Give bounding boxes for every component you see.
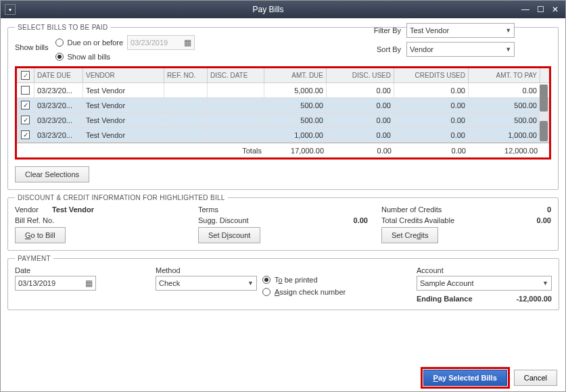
cell-discdate bbox=[208, 98, 264, 112]
ending-balance-label: Ending Balance bbox=[417, 295, 473, 303]
to-be-printed-radio[interactable] bbox=[262, 276, 270, 284]
table-row[interactable]: 03/23/20...Test Vendor5,000.000.000.000.… bbox=[17, 83, 549, 98]
minimize-button[interactable]: — bbox=[519, 3, 532, 16]
cell-discused: 0.00 bbox=[327, 98, 394, 112]
totals-amtpay: 12,000.00 bbox=[469, 147, 540, 155]
chevron-down-icon: ▼ bbox=[505, 27, 511, 34]
show-bills-label: Show bills bbox=[15, 35, 49, 51]
scroll-thumb-bottom[interactable] bbox=[540, 121, 548, 141]
row-checkbox[interactable]: ✓ bbox=[21, 116, 30, 124]
filter-by-label: Filter By bbox=[364, 26, 401, 34]
header-amtpay[interactable]: AMT. TO PAY bbox=[469, 68, 540, 82]
due-label: Due on or before bbox=[68, 39, 124, 47]
table-header: ✓ DATE DUE VENDOR REF. NO. DISC. DATE AM… bbox=[17, 68, 549, 83]
sugg-value: 0.00 bbox=[354, 216, 368, 224]
payment-date-input[interactable]: 03/13/2019 ▦ bbox=[15, 276, 96, 291]
header-discused[interactable]: DISC. USED bbox=[327, 68, 394, 82]
table-row[interactable]: ✓03/23/20...Test Vendor500.000.000.00500… bbox=[17, 113, 549, 128]
assign-check-radio[interactable] bbox=[262, 288, 270, 296]
cell-discused: 0.00 bbox=[327, 128, 394, 142]
chevron-down-icon: ▼ bbox=[247, 280, 254, 287]
window-menu-icon[interactable]: ▾ bbox=[5, 4, 16, 15]
assign-label: Assign check number bbox=[275, 288, 346, 296]
row-checkbox[interactable]: ✓ bbox=[21, 130, 30, 139]
method-combo[interactable]: Check▼ bbox=[156, 276, 257, 291]
table-scrollbar[interactable] bbox=[540, 84, 548, 141]
cell-amtdue: 5,000.00 bbox=[264, 83, 327, 97]
totals-label: Totals bbox=[17, 147, 264, 155]
discount-credit-section: DISCOUNT & CREDIT INFORMATION FOR HIGHLI… bbox=[7, 194, 559, 251]
show-all-label: Show all bills bbox=[68, 53, 111, 61]
cell-date: 03/23/20... bbox=[34, 83, 83, 97]
cell-discdate bbox=[208, 113, 264, 127]
printed-label: To be printed bbox=[275, 276, 318, 284]
filter-by-combo[interactable]: Test Vendor▼ bbox=[406, 23, 515, 38]
cell-date: 03/23/20... bbox=[34, 128, 83, 142]
table-row[interactable]: ✓03/23/20...Test Vendor500.000.000.00500… bbox=[17, 98, 549, 113]
header-amtdue[interactable]: AMT. DUE bbox=[264, 68, 327, 82]
cell-ref bbox=[164, 113, 208, 127]
header-credits[interactable]: CREDITS USED bbox=[394, 68, 469, 82]
header-discdate[interactable]: DISC. DATE bbox=[208, 68, 264, 82]
totals-credits: 0.00 bbox=[394, 147, 469, 155]
numcredits-label: Number of Credits bbox=[381, 205, 442, 214]
table-body: 03/23/20...Test Vendor5,000.000.000.000.… bbox=[17, 83, 549, 143]
bills-table: ✓ DATE DUE VENDOR REF. NO. DISC. DATE AM… bbox=[15, 66, 551, 160]
sugg-label: Sugg. Discount bbox=[198, 216, 249, 224]
cell-discused: 0.00 bbox=[327, 113, 394, 127]
close-button[interactable]: ✕ bbox=[549, 3, 561, 16]
totals-amtdue: 17,000.00 bbox=[264, 147, 327, 155]
chevron-down-icon: ▼ bbox=[505, 46, 511, 53]
totals-discused: 0.00 bbox=[327, 147, 394, 155]
table-row[interactable]: ✓03/23/20...Test Vendor1,000.000.000.001… bbox=[17, 128, 549, 143]
vendor-value: Test Vendor bbox=[52, 205, 94, 214]
payment-date-label: Date bbox=[15, 266, 150, 274]
cell-vendor: Test Vendor bbox=[83, 98, 164, 112]
header-ref[interactable]: REF. NO. bbox=[164, 68, 208, 82]
numcredits-value: 0 bbox=[547, 205, 551, 214]
calendar-icon: ▦ bbox=[85, 278, 93, 288]
cell-vendor: Test Vendor bbox=[83, 113, 164, 127]
due-date-input[interactable]: 03/23/2019 ▦ bbox=[127, 35, 195, 50]
cell-credits: 0.00 bbox=[394, 128, 469, 142]
row-checkbox[interactable]: ✓ bbox=[21, 101, 30, 109]
cell-amtpay: 1,000.00 bbox=[469, 128, 540, 142]
cell-discdate bbox=[208, 128, 264, 142]
set-credits-button[interactable]: Set Credits bbox=[381, 227, 438, 243]
scroll-thumb-top[interactable] bbox=[540, 84, 548, 112]
cell-amtpay: 500.00 bbox=[469, 98, 540, 112]
sort-by-combo[interactable]: Vendor▼ bbox=[406, 42, 515, 57]
cell-amtpay: 0.00 bbox=[469, 83, 540, 97]
cell-credits: 0.00 bbox=[394, 83, 469, 97]
cell-date: 03/23/20... bbox=[34, 98, 83, 112]
cell-amtdue: 500.00 bbox=[264, 98, 327, 112]
discount-legend: DISCOUNT & CREDIT INFORMATION FOR HIGHLI… bbox=[15, 194, 228, 201]
cell-credits: 0.00 bbox=[394, 113, 469, 127]
cell-discused: 0.00 bbox=[327, 83, 394, 97]
terms-label: Terms bbox=[198, 205, 218, 214]
select-all-checkbox[interactable]: ✓ bbox=[21, 71, 30, 80]
header-date[interactable]: DATE DUE bbox=[34, 68, 83, 82]
set-discount-button[interactable]: Set Discount bbox=[198, 227, 260, 243]
billref-label: Bill Ref. No. bbox=[15, 216, 54, 224]
payment-legend: PAYMENT bbox=[15, 255, 53, 262]
clear-selections-button[interactable]: Clear Selections bbox=[15, 166, 89, 182]
go-to-bill-button[interactable]: Go to Bill bbox=[15, 227, 66, 243]
select-legend: SELECT BILLS TO BE PAID bbox=[15, 24, 110, 31]
cancel-button[interactable]: Cancel bbox=[514, 370, 557, 386]
show-all-radio[interactable] bbox=[55, 53, 64, 61]
header-vendor[interactable]: VENDOR bbox=[83, 68, 164, 82]
maximize-button[interactable]: ☐ bbox=[534, 3, 546, 16]
due-on-before-radio[interactable] bbox=[55, 39, 64, 47]
payment-section: PAYMENT Date 03/13/2019 ▦ Method Check▼ bbox=[7, 255, 559, 310]
avail-value: 0.00 bbox=[537, 216, 551, 224]
row-checkbox[interactable] bbox=[21, 86, 30, 95]
calendar-icon: ▦ bbox=[184, 38, 191, 47]
vendor-label: Vendor bbox=[15, 205, 39, 214]
cell-vendor: Test Vendor bbox=[83, 83, 164, 97]
pay-selected-bills-button[interactable]: Pay Selected Bills bbox=[423, 370, 507, 386]
ending-balance-value: -12,000.00 bbox=[516, 295, 552, 303]
cell-ref bbox=[164, 98, 208, 112]
cell-discdate bbox=[208, 83, 264, 97]
account-combo[interactable]: Sample Account▼ bbox=[417, 276, 552, 291]
